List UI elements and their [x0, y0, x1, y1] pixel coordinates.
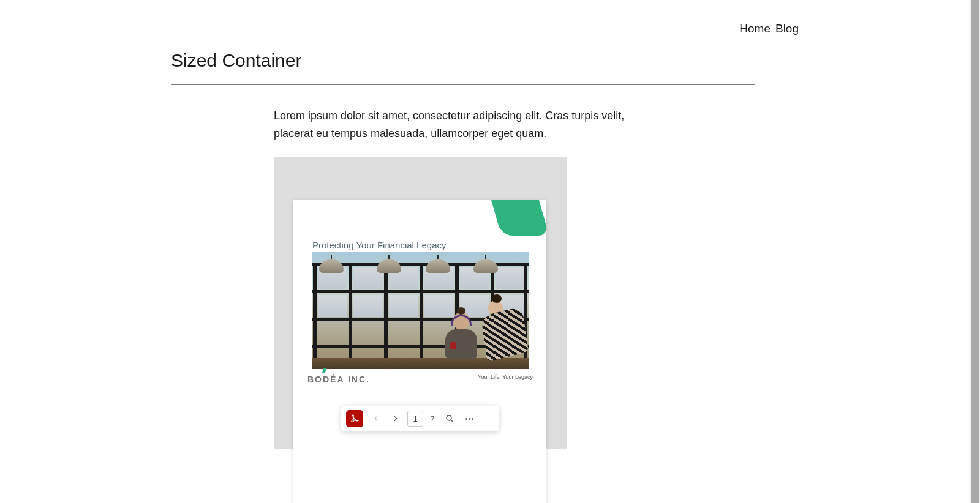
page-title: Sized Container: [171, 50, 755, 71]
chevron-left-icon: [372, 414, 380, 423]
more-options-button[interactable]: [460, 409, 478, 428]
page-number-input[interactable]: [407, 411, 423, 427]
brand-name: BODÉA INC.: [307, 374, 370, 384]
decorative-shape: [491, 200, 549, 236]
next-page-button[interactable]: [386, 409, 405, 428]
scrollbar-thumb[interactable]: [971, 0, 979, 503]
vertical-scrollbar[interactable]: [970, 0, 980, 503]
pdf-toolbar: 7: [341, 406, 499, 431]
content-area: Sized Container Lorem ipsum dolor sit am…: [171, 50, 755, 449]
pdf-page[interactable]: Protecting Your Financial Legacy: [293, 200, 546, 503]
chevron-right-icon: [391, 414, 400, 423]
brand-tagline: Your Life, Your Legacy: [478, 374, 533, 380]
page-total: 7: [426, 414, 439, 423]
pdf-embed-container: Protecting Your Financial Legacy: [274, 157, 567, 449]
body-text: Lorem ipsum dolor sit amet, consectetur …: [274, 107, 657, 143]
pdf-heading: Protecting Your Financial Legacy: [312, 240, 446, 250]
more-icon: [466, 418, 473, 420]
acrobat-icon[interactable]: [346, 410, 363, 427]
search-icon: [445, 414, 454, 423]
search-button[interactable]: [440, 409, 459, 428]
title-divider: [171, 84, 755, 85]
top-nav: Home Blog: [739, 22, 799, 35]
nav-blog-link[interactable]: Blog: [775, 22, 799, 35]
nav-home-link[interactable]: Home: [739, 22, 771, 35]
brand-accent: [322, 368, 327, 373]
pdf-cover-photo: [312, 252, 529, 369]
page-wrapper: Home Blog Sized Container Lorem ipsum do…: [0, 0, 980, 503]
prev-page-button: [367, 409, 385, 428]
